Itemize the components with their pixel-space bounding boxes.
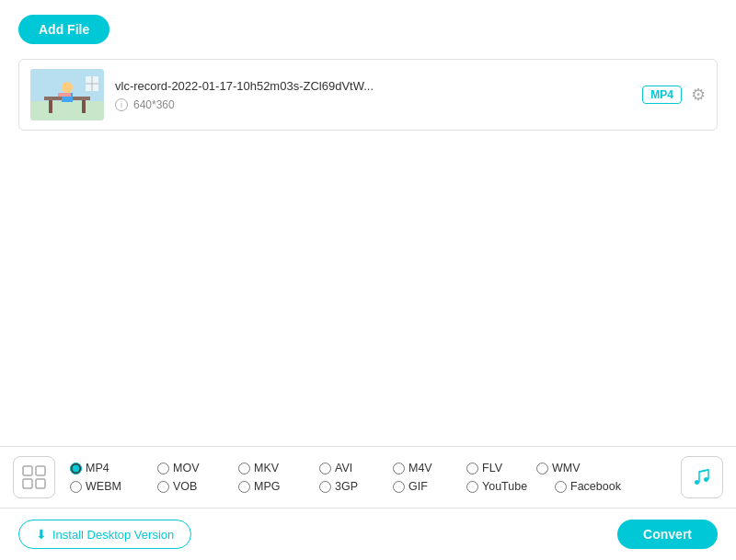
svg-rect-8 <box>58 93 71 97</box>
header: Add File <box>0 0 736 59</box>
file-thumbnail <box>30 69 104 120</box>
file-info: vlc-record-2022-01-17-10h52m03s-ZCl69dVt… <box>104 79 642 111</box>
format-option-gif[interactable]: GIF <box>393 480 466 493</box>
format-row-2: WEBM VOB MPG 3GP GIF YouTube <box>70 480 666 493</box>
video-format-icon-box[interactable] <box>13 456 55 498</box>
format-badge[interactable]: MP4 <box>642 86 682 104</box>
svg-rect-2 <box>30 101 104 120</box>
convert-button[interactable]: Convert <box>617 520 718 549</box>
format-option-youtube[interactable]: YouTube <box>466 480 555 493</box>
format-option-flv[interactable]: FLV <box>466 462 536 474</box>
format-option-webm[interactable]: WEBM <box>70 480 157 493</box>
file-list: vlc-record-2022-01-17-10h52m03s-ZCl69dVt… <box>0 59 736 131</box>
music-note-icon <box>692 467 712 487</box>
file-actions: MP4 ⚙ <box>642 85 706 105</box>
format-option-mp4[interactable]: MP4 <box>70 462 157 474</box>
format-bar: MP4 MOV MKV AVI M4V FLV WM <box>0 447 736 509</box>
svg-rect-15 <box>36 479 45 488</box>
middle-area <box>0 131 736 342</box>
file-meta: i 640*360 <box>115 98 631 111</box>
add-file-button[interactable]: Add File <box>18 15 109 44</box>
info-icon: i <box>115 98 128 111</box>
install-label: Install Desktop Version <box>52 528 174 542</box>
video-grid-icon <box>22 465 46 489</box>
format-option-mpg[interactable]: MPG <box>238 480 319 493</box>
svg-rect-13 <box>36 466 45 475</box>
format-option-mkv[interactable]: MKV <box>238 462 319 474</box>
svg-rect-12 <box>23 466 32 475</box>
svg-rect-14 <box>23 479 32 488</box>
format-option-wmv[interactable]: WMV <box>536 462 606 474</box>
format-option-mov[interactable]: MOV <box>157 462 238 474</box>
file-name: vlc-record-2022-01-17-10h52m03s-ZCl69dVt… <box>115 79 631 93</box>
download-icon: ⬇ <box>36 527 47 542</box>
action-bar: ⬇ Install Desktop Version Convert <box>0 509 736 560</box>
format-option-facebook[interactable]: Facebook <box>555 480 638 493</box>
format-options-container: MP4 MOV MKV AVI M4V FLV WM <box>70 462 666 493</box>
file-item: vlc-record-2022-01-17-10h52m03s-ZCl69dVt… <box>18 59 718 131</box>
format-option-vob[interactable]: VOB <box>157 480 238 493</box>
svg-point-6 <box>62 82 73 93</box>
format-option-3gp[interactable]: 3GP <box>319 480 393 493</box>
svg-rect-4 <box>49 100 52 113</box>
settings-icon[interactable]: ⚙ <box>691 85 706 105</box>
file-resolution: 640*360 <box>133 98 175 111</box>
bottom-bar: MP4 MOV MKV AVI M4V FLV WM <box>0 446 736 560</box>
svg-line-16 <box>699 470 708 472</box>
svg-rect-5 <box>82 100 86 113</box>
format-option-m4v[interactable]: M4V <box>393 462 466 474</box>
format-row-1: MP4 MOV MKV AVI M4V FLV WM <box>70 462 666 474</box>
install-desktop-button[interactable]: ⬇ Install Desktop Version <box>18 520 191 549</box>
audio-format-icon-box[interactable] <box>681 456 723 498</box>
format-option-avi[interactable]: AVI <box>319 462 393 474</box>
